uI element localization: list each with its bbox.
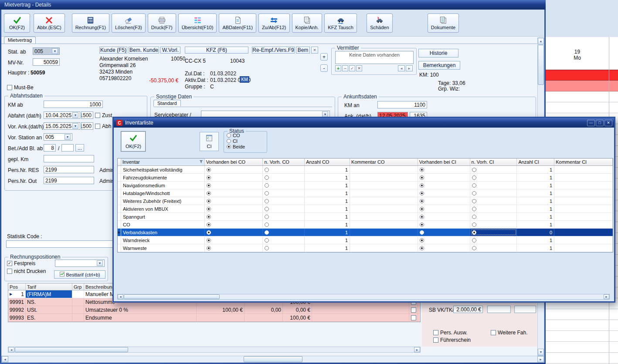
radio-nvorh-ci[interactable] [472, 199, 476, 203]
chevron-down-icon[interactable]: ▼ [72, 123, 78, 129]
chevron-down-icon[interactable]: ▼ [65, 134, 71, 140]
inventory-row[interactable]: Warndreieck11 [118, 236, 613, 244]
inventory-row[interactable]: Aktivieren von MBUX11 [118, 205, 613, 213]
radio-vorhanden-ci[interactable] [420, 199, 424, 203]
wvorl-button[interactable]: W.Vorl. [160, 47, 180, 54]
checkbox-box[interactable] [433, 337, 438, 343]
besttarif-button[interactable]: Besttarif (ctrl+b) [54, 270, 105, 279]
filter-icon[interactable] [199, 159, 203, 165]
grid-column-header[interactable]: n. Vorh. CI [470, 158, 517, 165]
fuehrerschein-checkbox[interactable]: Führerschein [433, 337, 471, 343]
inventory-row[interactable]: ▶Verbandskasten10 [118, 229, 613, 236]
stat-ab-combo[interactable]: 005 ▼ [33, 47, 60, 55]
main-horizontal-scrollbar[interactable]: ◄ ► [1, 356, 544, 363]
toolbar-button-rechnung[interactable]: Rechnung(F1) [72, 13, 109, 33]
scroll-down-icon[interactable]: ▼ [538, 349, 544, 355]
sb-vk-tk-input[interactable]: 2.000,00 € [453, 306, 483, 313]
calendar-busy-cell[interactable] [546, 70, 618, 81]
pers-ausw-checkbox[interactable]: Pers. Ausw. [433, 330, 468, 336]
next-icon[interactable]: ► [406, 65, 413, 71]
table-scrollbar-thumb[interactable] [15, 347, 128, 352]
dialog-ok-button[interactable]: OK(F2) [121, 131, 146, 152]
radio-vorhanden-co[interactable] [207, 191, 211, 195]
radio-nvorh-ci[interactable] [472, 222, 476, 227]
remove-icon[interactable]: − [342, 65, 348, 71]
radio-nvorh-ci[interactable] [472, 191, 476, 195]
grid-column-header[interactable]: Inventar [121, 158, 205, 165]
vor-station-combo[interactable]: 005 ▼ [44, 133, 72, 141]
bemerkungen-button[interactable]: Bemerkungen [418, 61, 460, 70]
radio-nvorh-co[interactable] [265, 230, 269, 235]
calendar-cell[interactable] [546, 91, 618, 102]
radio-vorhanden-ci[interactable] [420, 222, 424, 227]
main-window-titlebar[interactable]: Mietvertrag - Details [0, 0, 546, 10]
toolbar-button-druck[interactable]: Druck(F7) [148, 13, 176, 33]
historie-button[interactable]: Historie [418, 49, 458, 57]
abfahrt-date-combo[interactable]: 10.04.2025 ▼ [44, 111, 80, 119]
gepl-km-input[interactable] [44, 155, 94, 162]
radio-vorhanden-ci[interactable] [420, 207, 424, 211]
radio-nvorh-co[interactable] [265, 168, 269, 172]
radio-nvorh-ci[interactable] [472, 215, 476, 219]
radio-nvorh-co[interactable] [265, 175, 269, 180]
radio-vorhanden-ci[interactable] [420, 246, 424, 250]
vermittler-remove-button[interactable]: - [320, 64, 328, 72]
mv-nr-input[interactable]: 50059 [33, 58, 60, 66]
radio-vorhanden-ci[interactable] [420, 191, 424, 195]
grid-column-header[interactable]: Anzahl CI [517, 158, 554, 165]
radio-vorhanden-ci[interactable] [420, 215, 424, 219]
grid-column-header[interactable]: Vorhanden bei CO [205, 158, 263, 165]
radio-icon[interactable] [227, 139, 231, 143]
must-be-checkbox[interactable]: Must-Be [7, 84, 34, 91]
scroll-left-icon[interactable]: ◄ [8, 347, 14, 352]
pers-out-input[interactable]: 2199 [44, 177, 94, 184]
vermittler-listbox[interactable]: Keine Daten vorhanden [335, 51, 414, 64]
bet-input[interactable]: 8 [44, 144, 56, 152]
maximize-icon[interactable]: □ [596, 120, 604, 126]
grid-column-header[interactable]: Vorhanden bei CI [418, 158, 470, 165]
weitere-fah-checkbox[interactable]: Weitere Fah. [491, 330, 527, 336]
km-button[interactable]: KM [240, 76, 249, 83]
radio-vorhanden-ci[interactable] [420, 168, 424, 172]
status-radio-beide[interactable]: Beide [227, 144, 245, 149]
more-button[interactable]: ... [75, 144, 84, 152]
toolbar-button-loeschen[interactable]: Löschen(F3) [112, 13, 146, 33]
checkbox-box[interactable] [491, 330, 496, 335]
radio-vorhanden-co[interactable] [207, 183, 211, 188]
radio-nvorh-ci[interactable] [472, 183, 476, 188]
radio-nvorh-co[interactable] [265, 246, 269, 250]
confirm-icon[interactable]: ✓ [349, 65, 355, 71]
radio-vorhanden-co[interactable] [207, 230, 211, 235]
grid-column-header[interactable]: Kommentar CI [554, 158, 613, 165]
vertical-scrollbar-thumb[interactable] [538, 45, 544, 85]
position-row[interactable]: 99992USt.Umsatzsteuer 0 %100,00 €0,000,0… [8, 306, 420, 314]
status-radio-ci[interactable]: CI [227, 138, 245, 144]
calendar-cell[interactable] [546, 331, 618, 342]
positions-column-header[interactable]: Pos [8, 283, 26, 290]
radio-vorhanden-ci[interactable] [420, 175, 424, 180]
checkbox-box[interactable]: ✓ [7, 261, 12, 266]
zustellung-checkbox[interactable]: Zust [95, 112, 112, 118]
sb-field-3[interactable] [514, 306, 536, 313]
vermittler-add-button[interactable]: + [320, 53, 328, 61]
tab-mietvertrag[interactable]: Mietvertrag [4, 37, 36, 44]
pers-res-input[interactable]: 2199 [44, 166, 94, 173]
toolbar-button-abort[interactable]: Abbr.(ESC) [34, 13, 65, 33]
grid-column-header[interactable]: n. Vorh. CO [263, 158, 305, 165]
scroll-right-icon[interactable]: ► [604, 294, 609, 299]
bet-input2[interactable] [61, 144, 74, 152]
radio-nvorh-ci[interactable] [472, 246, 476, 250]
calendar-cell[interactable] [546, 320, 618, 331]
km-ab-input[interactable]: 1000 [44, 101, 103, 108]
radio-vorhanden-co[interactable] [207, 168, 211, 172]
radio-nvorh-co[interactable] [265, 199, 269, 203]
calendar-cell[interactable] [546, 342, 618, 353]
close-icon[interactable]: ✕ [604, 120, 612, 126]
radio-icon[interactable] [227, 145, 231, 149]
dialog-titlebar[interactable]: C Inventarliste — □ ✕ [114, 118, 614, 128]
checkbox-box[interactable] [95, 113, 100, 118]
radio-nvorh-ci[interactable] [472, 238, 476, 243]
add-icon[interactable]: + [335, 65, 341, 71]
table-scrollbar[interactable]: ◄ ► [8, 347, 421, 353]
minimize-icon[interactable]: — [587, 120, 595, 126]
